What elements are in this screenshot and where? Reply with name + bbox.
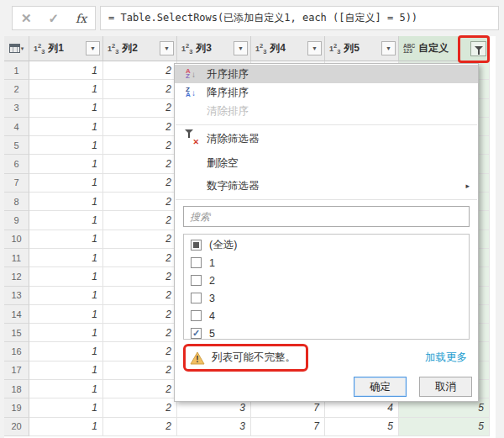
row-number[interactable]: 4 <box>4 118 29 136</box>
row-number[interactable]: 14 <box>4 305 29 324</box>
formula-input[interactable]: = Table.SelectRows(已添加自定义1, each ([自定义] … <box>100 6 499 30</box>
menu-item-remove-empty[interactable]: 删除空 <box>175 154 478 172</box>
table-cell[interactable]: 2 <box>103 230 177 249</box>
table-cell[interactable]: 2 <box>103 118 177 136</box>
row-number[interactable]: 8 <box>4 193 29 211</box>
menu-item-clear-filter[interactable]: ✕ 清除筛选器 <box>175 129 478 148</box>
row-number[interactable]: 6 <box>4 155 29 173</box>
row-number[interactable]: 10 <box>4 230 29 249</box>
column-header-列1[interactable]: 123列1▼ <box>29 36 103 61</box>
confirm-formula-icon[interactable]: ✓ <box>48 11 59 26</box>
table-cell[interactable]: 2 <box>103 267 177 286</box>
column-dropdown-button[interactable]: ▼ <box>234 41 248 55</box>
table-cell[interactable]: 2 <box>103 380 177 398</box>
menu-item-sort-ascending[interactable]: AZ↓ 升序排序 <box>175 65 478 83</box>
table-cell[interactable]: 1 <box>29 380 103 398</box>
ok-button[interactable]: 确定 <box>354 377 407 397</box>
row-number[interactable]: 12 <box>4 267 29 286</box>
table-cell[interactable]: 2 <box>103 211 177 230</box>
table-cell[interactable]: 2 <box>103 361 177 380</box>
cancel-button[interactable]: 取消 <box>419 377 472 397</box>
menu-item-sort-descending[interactable]: ZA↓ 降序排序 <box>175 83 478 102</box>
column-filter-button[interactable] <box>470 41 486 56</box>
checkbox-unchecked-icon[interactable] <box>191 293 202 303</box>
table-cell[interactable]: 2 <box>103 287 177 305</box>
column-header-自定义[interactable]: ABC123自定义 <box>399 36 490 61</box>
filter-value-item[interactable]: 3 <box>184 289 469 307</box>
row-number[interactable]: 9 <box>4 211 29 230</box>
table-cell[interactable]: 1 <box>29 174 103 193</box>
table-cell[interactable]: 2 <box>103 174 177 193</box>
load-more-link[interactable]: 加载更多 <box>425 351 467 365</box>
column-header-列4[interactable]: 123列4▼ <box>251 36 325 61</box>
table-cell[interactable]: 1 <box>29 398 103 417</box>
table-cell[interactable]: 1 <box>29 99 103 118</box>
table-cell[interactable]: 2 <box>103 99 177 118</box>
table-cell[interactable]: 2 <box>103 61 177 80</box>
column-header-列2[interactable]: 123列2▼ <box>103 36 177 61</box>
row-number[interactable]: 20 <box>4 418 29 436</box>
filter-value-item[interactable]: 1 <box>184 254 469 272</box>
column-dropdown-button[interactable]: ▼ <box>86 41 100 55</box>
row-number[interactable]: 15 <box>4 324 29 342</box>
row-number[interactable]: 7 <box>4 174 29 193</box>
table-menu-button[interactable]: ▾ <box>4 36 29 61</box>
table-cell[interactable]: 1 <box>29 305 103 324</box>
row-number[interactable]: 18 <box>4 380 29 398</box>
table-cell[interactable]: 1 <box>29 249 103 267</box>
table-cell[interactable]: 2 <box>103 155 177 173</box>
table-cell[interactable]: 1 <box>29 324 103 342</box>
table-cell[interactable]: 7 <box>251 418 325 436</box>
row-number[interactable]: 13 <box>4 287 29 305</box>
table-cell[interactable]: 1 <box>29 230 103 249</box>
row-number[interactable]: 17 <box>4 361 29 380</box>
table-cell[interactable]: 3 <box>177 418 251 436</box>
table-cell[interactable]: 2 <box>103 324 177 342</box>
table-cell[interactable]: 1 <box>29 342 103 361</box>
table-cell[interactable]: 1 <box>29 418 103 436</box>
table-cell[interactable]: 1 <box>29 193 103 211</box>
row-number[interactable]: 2 <box>4 80 29 98</box>
table-cell[interactable]: 1 <box>29 267 103 286</box>
filter-value-item[interactable]: 4 <box>184 307 469 325</box>
row-number[interactable]: 1 <box>4 61 29 80</box>
checkbox-unchecked-icon[interactable] <box>191 310 202 321</box>
column-header-列3[interactable]: 123列3▼ <box>177 36 251 61</box>
checkbox-unchecked-icon[interactable] <box>191 275 202 286</box>
table-cell[interactable]: 2 <box>103 80 177 98</box>
table-cell[interactable]: 1 <box>29 361 103 380</box>
row-number[interactable]: 5 <box>4 136 29 155</box>
table-cell[interactable]: 1 <box>29 136 103 155</box>
row-number[interactable]: 19 <box>4 398 29 417</box>
row-number[interactable]: 16 <box>4 342 29 361</box>
search-input[interactable] <box>183 206 470 227</box>
fx-icon[interactable]: fx <box>76 12 87 25</box>
row-number[interactable]: 3 <box>4 99 29 118</box>
table-cell[interactable]: 1 <box>29 61 103 80</box>
table-cell[interactable]: 5 <box>399 418 490 436</box>
table-cell[interactable]: 2 <box>103 193 177 211</box>
table-cell[interactable]: 2 <box>103 418 177 436</box>
table-cell[interactable]: 1 <box>29 211 103 230</box>
row-number[interactable]: 11 <box>4 249 29 267</box>
table-cell[interactable]: 2 <box>103 136 177 155</box>
table-cell[interactable]: 1 <box>29 287 103 305</box>
checkbox-indeterminate-icon[interactable] <box>191 240 202 251</box>
column-dropdown-button[interactable]: ▼ <box>381 41 396 55</box>
checkbox-checked-icon[interactable]: ✓ <box>191 328 202 339</box>
table-cell[interactable]: 2 <box>103 342 177 361</box>
table-cell[interactable]: 1 <box>29 80 103 98</box>
filter-value-item[interactable]: (全选) <box>184 236 469 254</box>
table-cell[interactable]: 1 <box>29 118 103 136</box>
filter-value-item[interactable]: ✓5 <box>184 325 469 340</box>
checkbox-unchecked-icon[interactable] <box>191 257 202 268</box>
column-dropdown-button[interactable]: ▼ <box>160 41 174 55</box>
table-cell[interactable]: 1 <box>29 155 103 173</box>
column-dropdown-button[interactable]: ▼ <box>307 41 322 55</box>
cancel-formula-icon[interactable]: ✕ <box>21 11 32 26</box>
table-cell[interactable]: 2 <box>103 249 177 267</box>
table-cell[interactable]: 2 <box>103 305 177 324</box>
menu-item-number-filters[interactable]: 数字筛选器 ▸ <box>175 177 478 195</box>
filter-value-item[interactable]: 2 <box>184 272 469 289</box>
table-cell[interactable]: 5 <box>325 418 399 436</box>
